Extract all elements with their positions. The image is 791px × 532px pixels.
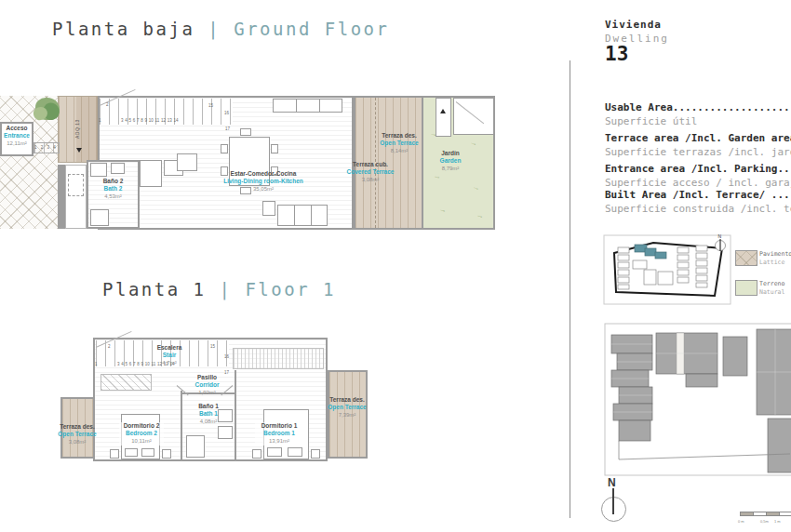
wall — [58, 165, 65, 229]
stair-number: 16 — [224, 111, 229, 115]
bedroom1-label: Dormitorio 1 Bedroom 1 13,91m² — [255, 422, 303, 446]
area-row-en: Built Area /Incl. Terrace/ ........... — [605, 189, 791, 201]
coffee-table — [262, 201, 275, 216]
open-terrace-label: Terraza des. Open Terrace 8,14m² — [372, 132, 426, 155]
legend-item: Terreno Natural — [759, 280, 784, 297]
stair-numbers: 3 4 5 6 7 8 9 10 11 12 13 14 — [121, 118, 212, 123]
bath2-shower — [90, 209, 109, 226]
entry-step-numbers: 1 2 3 4 — [34, 145, 57, 150]
dwelling-number: 13 — [605, 43, 628, 65]
up-arrow-icon — [440, 109, 446, 113]
door-tag: ADQ 13 — [67, 120, 87, 148]
floor1-plan: Terraza des. Open Terrace 3,08m² Terraza… — [56, 337, 372, 463]
counter-divider — [319, 99, 320, 113]
chair — [240, 128, 251, 136]
entrance-label: Acceso Entrance 12,11m² — [0, 125, 34, 148]
area-row-en: Usable Area........................... — [605, 101, 791, 113]
compass-needle — [612, 488, 614, 514]
bath1-shower — [186, 435, 205, 458]
door-direction-icon — [76, 148, 82, 153]
scale-label: 0,5m — [760, 519, 769, 524]
compass-label: N — [608, 476, 616, 489]
corridor-label: Pasillo Corridor 1,92m² — [186, 374, 228, 397]
stair-number: 15 — [208, 103, 213, 108]
bedroom2-label: Dormitorio 2 Bedroom 2 10,11m² — [119, 422, 164, 446]
pillow — [125, 448, 138, 457]
legend-swatch-natural — [735, 280, 757, 296]
ground-floor-title: Planta baja | Ground Floor — [52, 19, 389, 39]
stair-number: 1 — [99, 118, 101, 123]
area-row-es: Superficie construida /incl. terraza.. — [605, 203, 791, 215]
divider — [570, 60, 570, 518]
utility-box — [68, 174, 84, 196]
scale-segment — [740, 512, 754, 516]
sofa-cushion-line — [294, 205, 295, 226]
nightstand — [110, 449, 119, 459]
dwelling-label-es: Vivienda — [605, 19, 662, 31]
north-label: N — [718, 233, 722, 239]
covered-terrace-label: Terraza cub. Covered Terrace 3,08m² — [342, 161, 398, 184]
bath1-label: Baño 1 Bath 1 4,08m² — [184, 403, 233, 426]
stair-number: 2 — [108, 344, 111, 349]
legend-item: Pavimento Lattice — [759, 250, 791, 267]
site-plan — [604, 322, 791, 480]
door-tag-label: ADQ 13 — [74, 118, 80, 139]
stair-number: 15 — [210, 344, 215, 349]
floor1-title-sep: | — [219, 279, 232, 299]
ground-title-en: Ground Floor — [234, 19, 389, 39]
area-row-es: Superficie terrazas /incl. jardín..... — [605, 146, 791, 158]
pillow — [141, 448, 154, 457]
key-plan: N — [601, 233, 733, 307]
stair-number: 16 — [224, 354, 229, 359]
wardrobe — [101, 374, 152, 391]
stair-number: 17 — [225, 126, 230, 131]
ground-floor-plan: ADQ 13 Acceso Entrance 12,11m² 1 2 3 4 2… — [0, 96, 495, 231]
scale-segment — [767, 512, 780, 516]
scale-label: 1 m — [774, 519, 781, 524]
scale-label: 0 m — [738, 519, 744, 524]
deck-strip — [233, 348, 324, 369]
ground-title-es: Planta baja — [52, 19, 194, 39]
bath1-toilet — [218, 426, 233, 439]
area-row-en: Terrace area /Incl. Garden area....... — [605, 132, 791, 144]
nightstand — [252, 449, 261, 459]
stair-label: Escalera Stair 4,7m² — [147, 344, 192, 367]
kitchen-counter — [140, 160, 162, 187]
garden-label: Jardín Garden 8,79m² — [426, 150, 475, 173]
area-row-es: Superficie útil — [605, 115, 697, 127]
wall — [181, 391, 182, 460]
ground-title-sep: | — [208, 19, 221, 39]
counter-divider — [296, 99, 297, 113]
living-label: Estar-Comedor-Cocina Living-Dining room-… — [212, 170, 315, 193]
garden-stair — [436, 98, 451, 137]
bath2-sink — [90, 163, 107, 177]
pillow — [267, 447, 282, 457]
kitchen-island — [177, 153, 197, 171]
kitchen-top-counter — [273, 99, 342, 113]
nightstand — [162, 449, 171, 459]
sofa-cushion-line — [311, 205, 312, 226]
chair — [221, 144, 228, 153]
legend-swatch-lattice — [735, 250, 757, 266]
nightstand — [311, 449, 320, 459]
floor1-right-terrace-label: Terraza des. Open Terrace 7,39m² — [325, 396, 369, 419]
pillow — [288, 447, 302, 457]
floor1-title: Planta 1 | Floor 1 — [102, 279, 336, 299]
area-row-en: Entrance area /Incl. Parking.......... — [605, 163, 791, 175]
floor1-left-terrace-label: Terraza des. Open Terrace 3,08m² — [57, 423, 98, 446]
scale-segment — [754, 512, 767, 516]
sofa — [277, 205, 328, 226]
scale-segment — [780, 512, 791, 516]
stair-number: 1 — [95, 362, 98, 366]
area-row-es: Superficie acceso / incl. garaje...... — [605, 177, 791, 189]
stair-number: 2 — [106, 102, 109, 107]
scale-bar — [740, 512, 791, 516]
bath2-label: Baño 2 Bath 2 4,53m² — [88, 178, 138, 201]
floorplan-sheet: Planta baja | Ground Floor ADQ 13 Acceso… — [0, 0, 791, 532]
floor1-title-en: Floor 1 — [245, 279, 336, 299]
floor1-title-es: Planta 1 — [102, 279, 207, 299]
wall — [235, 370, 236, 460]
bath2-toilet — [111, 163, 125, 174]
chair — [271, 144, 278, 153]
